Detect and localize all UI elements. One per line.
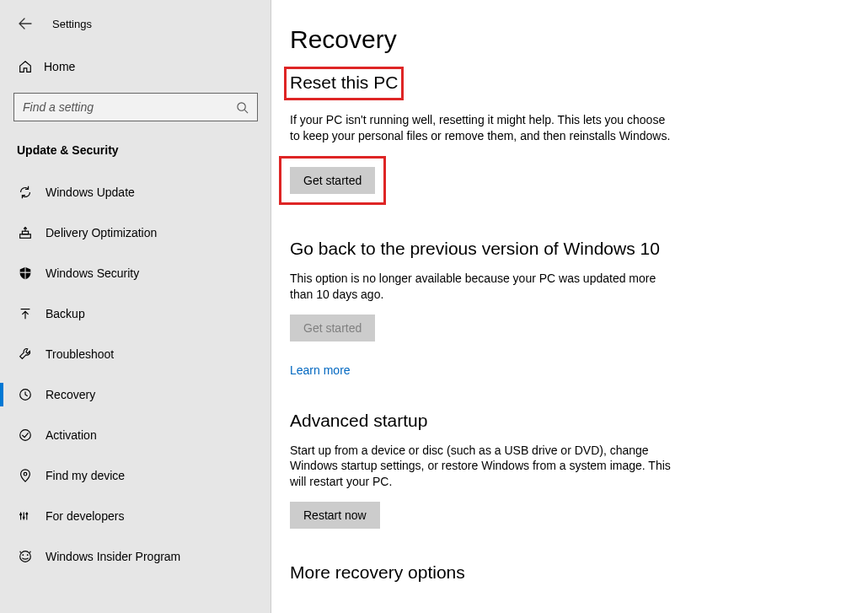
shield-icon — [17, 265, 34, 282]
search-icon — [236, 101, 249, 114]
recovery-icon — [17, 386, 34, 403]
sidebar-item-backup[interactable]: Backup — [0, 293, 271, 334]
section-go-back: Go back to the previous version of Windo… — [290, 239, 868, 377]
sidebar-item-label: Troubleshoot — [46, 347, 114, 361]
reset-section-title: Reset this PC — [290, 73, 398, 93]
section-reset-this-pc: Reset this PC If your PC isn't running w… — [290, 69, 868, 205]
developers-icon — [17, 508, 34, 524]
section-more-recovery: More recovery options — [290, 562, 868, 583]
svg-rect-3 — [22, 231, 28, 234]
back-button[interactable] — [17, 15, 34, 32]
goback-get-started-button: Get started — [290, 315, 375, 341]
svg-point-13 — [20, 551, 31, 562]
nav-list: Windows UpdateDelivery OptimizationWindo… — [0, 172, 271, 577]
sidebar-item-label: Backup — [46, 307, 85, 320]
home-icon — [17, 59, 34, 74]
sidebar-item-recovery[interactable]: Recovery — [0, 374, 271, 415]
sidebar: Settings Home Update & Security Windows … — [0, 0, 271, 613]
troubleshoot-icon — [17, 346, 34, 363]
sidebar-item-label: Delivery Optimization — [46, 226, 157, 239]
svg-point-6 — [24, 472, 27, 476]
search-input[interactable] — [23, 100, 236, 114]
section-advanced-startup: Advanced startup Start up from a device … — [290, 411, 868, 530]
svg-line-1 — [244, 110, 248, 113]
svg-point-11 — [23, 516, 25, 519]
sidebar-item-label: Windows Security — [46, 266, 139, 280]
sidebar-item-label: Windows Insider Program — [46, 550, 180, 563]
sidebar-item-activation[interactable]: Activation — [0, 415, 271, 455]
sidebar-item-windows-insider-program[interactable]: Windows Insider Program — [0, 536, 271, 577]
search-box[interactable] — [13, 93, 258, 121]
svg-point-12 — [25, 513, 28, 515]
sidebar-item-troubleshoot[interactable]: Troubleshoot — [0, 334, 271, 374]
sidebar-home-label: Home — [44, 60, 75, 73]
sidebar-item-windows-security[interactable]: Windows Security — [0, 253, 271, 293]
delivery-icon — [17, 224, 34, 241]
sidebar-item-label: Activation — [46, 428, 97, 442]
get-started-button[interactable]: Get started — [290, 167, 375, 194]
restart-now-button[interactable]: Restart now — [290, 502, 380, 529]
sidebar-home[interactable]: Home — [13, 52, 257, 81]
highlight-reset-title: Reset this PC — [284, 67, 404, 100]
sync-icon — [17, 184, 34, 201]
goback-section-desc: This option is no longer available becau… — [290, 271, 678, 303]
reset-section-desc: If your PC isn't running well, resetting… — [290, 112, 678, 144]
findmydevice-icon — [17, 467, 34, 484]
svg-point-0 — [238, 102, 245, 110]
arrow-left-icon — [19, 17, 32, 30]
sidebar-item-label: Recovery — [46, 388, 95, 401]
category-title: Update & Security — [17, 143, 257, 157]
learn-more-link[interactable]: Learn more — [290, 363, 351, 377]
sidebar-item-label: For developers — [46, 509, 124, 523]
svg-point-10 — [19, 514, 22, 516]
advanced-section-desc: Start up from a device or disc (such as … — [290, 443, 678, 491]
sidebar-item-delivery-optimization[interactable]: Delivery Optimization — [0, 212, 271, 253]
main-content: Recovery Reset this PC If your PC isn't … — [271, 0, 868, 613]
sidebar-item-for-developers[interactable]: For developers — [0, 496, 271, 536]
window-header: Settings — [0, 0, 271, 44]
advanced-section-title: Advanced startup — [290, 411, 868, 431]
insider-icon — [17, 548, 34, 565]
sidebar-item-label: Windows Update — [46, 186, 135, 199]
sidebar-item-windows-update[interactable]: Windows Update — [0, 172, 271, 212]
sidebar-item-find-my-device[interactable]: Find my device — [0, 455, 271, 496]
svg-point-15 — [27, 554, 29, 556]
backup-icon — [17, 305, 34, 322]
sidebar-content: Home Update & Security Windows UpdateDel… — [0, 44, 271, 577]
goback-section-title: Go back to the previous version of Windo… — [290, 239, 868, 259]
activation-icon — [17, 427, 34, 444]
highlight-get-started: Get started — [279, 156, 386, 205]
page-title: Recovery — [290, 25, 868, 54]
svg-point-14 — [22, 554, 24, 556]
more-section-title: More recovery options — [290, 562, 868, 583]
app-title: Settings — [52, 18, 92, 30]
svg-point-5 — [20, 430, 31, 441]
sidebar-item-label: Find my device — [46, 469, 125, 482]
svg-rect-2 — [20, 234, 31, 239]
